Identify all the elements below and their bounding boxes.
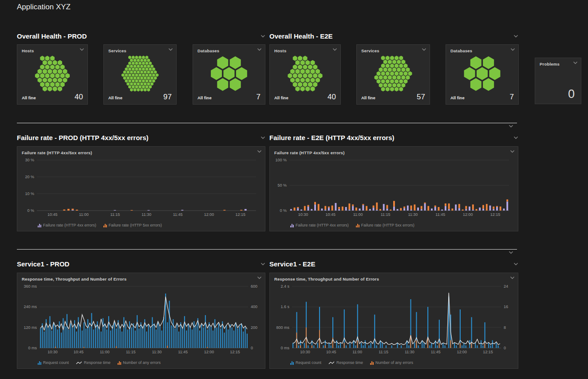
chevron-down-icon[interactable] [513,262,518,266]
chart-legend: Failure rate (HTTP 4xx errors)Failure ra… [290,223,414,227]
svg-text:20 %: 20 % [25,175,34,179]
chevron-down-icon[interactable] [510,150,515,153]
chevron-down-icon[interactable] [422,48,426,51]
chart-legend: Request countResponse timeNumber of any … [38,360,161,365]
section-header-service1-e2e: Service1 - E2E [269,259,518,268]
legend-label: Failure rate (HTTP 5xx errors) [109,223,162,227]
failure-rate-e2e-chart[interactable]: 0 %50 %100 %10:3010:4511:0011:1511:3011:… [272,157,516,218]
tile-title: Hosts [22,48,34,53]
legend-item[interactable]: Response time [328,360,363,365]
svg-text:11:45: 11:45 [173,212,183,217]
chart-tile-failure-prod[interactable]: Failure rate (HTTP 4xx/5xx errors) 0 %10… [17,146,265,231]
chart-tile-service1-prod[interactable]: Response time, Throughput and Number of … [17,273,265,369]
section-title: Service1 - E2E [269,260,315,268]
svg-text:12:00: 12:00 [457,350,467,354]
honeycomb-chart[interactable] [449,55,516,92]
chart-canvas[interactable]: 0 ms120 ms240 ms360 ms020040060010:3010:… [19,284,263,355]
service1-prod-chart[interactable]: 0 ms120 ms240 ms360 ms020040060010:3010:… [19,284,263,355]
failure-rate-prod-chart[interactable]: 0 %10 %20 %30 %10:4511:0011:1511:3011:45… [19,157,263,218]
legend-item[interactable]: Failure rate (HTTP 5xx errors) [356,223,414,227]
svg-text:10:45: 10:45 [47,212,58,217]
bar-series-1 [294,199,508,211]
section-header-overall-health-e2e: Overall Health - E2E [269,31,518,40]
chevron-down-icon[interactable] [513,136,518,139]
chevron-down-icon[interactable] [260,136,265,139]
legend-item[interactable]: Request count [290,360,321,365]
section-divider [17,123,517,123]
svg-text:11:15: 11:15 [110,212,120,217]
problems-tile[interactable]: Problems 0 [535,58,581,104]
svg-text:0 %: 0 % [27,208,34,213]
legend-item[interactable]: Number of any errors [370,360,413,365]
chevron-down-icon[interactable] [168,48,173,51]
chevron-down-icon[interactable] [257,150,262,153]
chevron-down-icon[interactable] [573,61,578,64]
svg-text:11:00: 11:00 [352,350,362,354]
entity-count: 7 [510,93,514,102]
chevron-down-icon[interactable] [260,35,265,38]
health-tile-services-prod[interactable]: Services All fine 97 [103,44,177,105]
status-text: All fine [197,95,212,100]
svg-text:10 %: 10 % [25,191,34,196]
chevron-down-icon[interactable] [79,48,84,51]
svg-text:50 %: 50 % [277,183,287,188]
bar-series-0 [292,297,499,348]
chevron-down-icon[interactable] [509,251,513,254]
section-title: Overall Health - PROD [17,32,87,40]
svg-text:11:30: 11:30 [408,212,418,217]
svg-text:11:45: 11:45 [178,350,188,354]
svg-text:11:15: 11:15 [381,212,391,217]
line-series [40,297,247,330]
chevron-down-icon[interactable] [260,262,265,266]
bars-icon [118,361,121,365]
chart-tile-service1-e2e[interactable]: Response time, Throughput and Number of … [269,273,518,369]
chevron-down-icon[interactable] [513,35,518,38]
svg-text:400: 400 [251,305,257,309]
chevron-down-icon[interactable] [257,48,262,51]
svg-text:0: 0 [251,346,253,350]
honeycomb-chart[interactable] [20,55,85,92]
legend-item[interactable]: Failure rate (HTTP 4xx errors) [290,223,349,227]
honeycomb-chart[interactable] [359,55,427,92]
svg-text:30 %: 30 % [25,158,34,162]
legend-item[interactable]: Failure rate (HTTP 4xx errors) [38,223,96,227]
chart-canvas[interactable]: 0 %50 %100 %10:3010:4511:0011:1511:3011:… [272,157,516,218]
svg-text:12:15: 12:15 [230,350,240,354]
bars-icon [290,223,294,227]
bars-icon [38,223,41,227]
honeycomb-chart[interactable] [107,55,174,92]
legend-item[interactable]: Response time [76,360,110,365]
chart-canvas[interactable]: 0 %10 %20 %30 %10:4511:0011:1511:3011:45… [19,157,263,218]
service1-e2e-chart[interactable]: 0 ms800 ms1.6 s2.4 s08162410:3010:4511:0… [272,284,516,355]
svg-text:10:45: 10:45 [74,350,84,354]
tile-title: Failure rate (HTTP 4xx/5xx errors) [22,150,92,155]
chevron-down-icon[interactable] [510,48,515,51]
svg-text:200: 200 [251,325,257,330]
health-tile-databases-prod[interactable]: Databases All fine 7 [193,44,265,105]
svg-text:120 ms: 120 ms [24,325,37,330]
chevron-down-icon[interactable] [510,276,515,279]
health-tile-hosts-prod[interactable]: Hosts All fine 40 [17,44,88,105]
svg-text:10:30: 10:30 [47,350,58,354]
chevron-down-icon[interactable] [332,48,337,51]
health-tile-hosts-e2e[interactable]: Hosts All fine 40 [269,44,341,105]
honeycomb-chart[interactable] [196,55,262,92]
status-text: All fine [274,95,288,100]
chart-tile-failure-e2e[interactable]: Failure rate (HTTP 4xx/5xx errors) 0 %50… [269,146,518,231]
tile-title: Failure rate (HTTP 4xx/5xx errors) [274,150,345,155]
legend-item[interactable]: Request count [38,360,69,365]
chevron-down-icon[interactable] [257,276,262,279]
health-tile-databases-e2e[interactable]: Databases All fine 7 [446,44,519,105]
svg-text:0 %: 0 % [280,208,287,213]
legend-item[interactable]: Number of any errors [118,360,161,365]
svg-text:800 ms: 800 ms [276,325,289,330]
chevron-down-icon[interactable] [509,125,513,128]
health-tile-services-e2e[interactable]: Services All fine 57 [356,44,430,105]
chart-canvas[interactable]: 0 ms800 ms1.6 s2.4 s08162410:3010:4511:0… [272,284,516,355]
page-title: Application XYZ [17,3,71,12]
tile-title: Response time, Throughput and Number of … [22,277,126,281]
honeycomb-chart[interactable] [272,55,338,92]
legend-item[interactable]: Failure rate (HTTP 5xx errors) [103,223,162,227]
tile-title: Services [108,48,126,53]
legend-label: Failure rate (HTTP 5xx errors) [361,223,414,227]
